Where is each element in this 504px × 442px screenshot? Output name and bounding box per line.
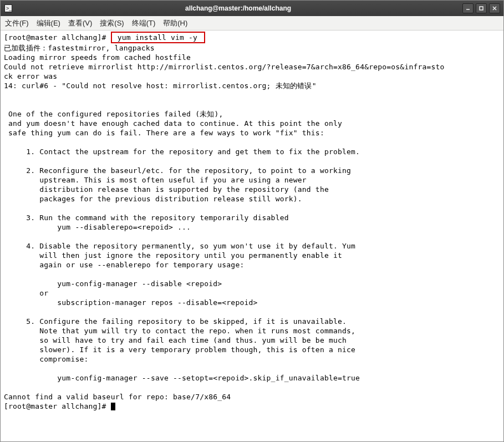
output-line: packages for the previous distribution r… [4, 195, 302, 203]
output-line: 2. Reconfigure the baseurl/etc. for the … [4, 166, 351, 175]
highlighted-command: yum install vim -y [111, 32, 206, 43]
maximize-button[interactable] [476, 3, 487, 13]
output-line: so will have to try and fail each time (… [4, 336, 347, 344]
output-line: subscription-manager repos --disable=<re… [4, 298, 258, 307]
menu-edit[interactable]: 编辑(E) [37, 18, 60, 28]
window-title: allchang@master:/home/allchang [16, 4, 460, 12]
output-line: yum-config-manager --disable <repoid> [4, 280, 222, 288]
output-line: ck error was [4, 72, 57, 80]
output-line: 已加载插件：fastestmirror, langpacks [4, 44, 155, 52]
output-line: safe thing yum can do is fail. There are… [4, 129, 324, 137]
output-line: compromise: [4, 355, 89, 363]
output-line: yum --disablerepo=<repoid> ... [4, 223, 191, 231]
menu-terminal[interactable]: 终端(T) [132, 18, 156, 28]
output-line: One of the configured repositories faile… [4, 110, 223, 118]
menu-file[interactable]: 文件(F) [5, 18, 29, 28]
output-line: 3. Run the command with the repository t… [4, 214, 289, 222]
svg-text:>_: >_ [6, 6, 12, 11]
menu-view[interactable]: 查看(V) [68, 18, 92, 28]
output-line: upstream. This is most often useful if y… [4, 176, 307, 184]
output-line: Could not retrieve mirrorlist http://mir… [4, 63, 445, 71]
menubar: 文件(F) 编辑(E) 查看(V) 搜索(S) 终端(T) 帮助(H) [1, 16, 503, 31]
output-line: will then just ignore the repository unt… [4, 251, 342, 260]
output-line: 4. Disable the repository permanently, s… [4, 242, 355, 250]
prompt: [root@master allchang]# [4, 402, 111, 410]
output-line: and yum doesn't have enough cached data … [4, 119, 342, 128]
cursor [111, 403, 115, 410]
output-line: 1. Contact the upstream for the reposito… [4, 148, 360, 156]
output-line: or [4, 289, 48, 297]
output-line: distribution release than is supported b… [4, 185, 329, 194]
output-line: Loading mirror speeds from cached hostfi… [4, 53, 191, 62]
output-line: 14: curl#6 - "Could not resolve host: mi… [4, 82, 317, 90]
minimize-button[interactable] [462, 3, 474, 13]
close-button[interactable] [489, 3, 500, 13]
output-line: Note that yum will try to contact the re… [4, 327, 355, 335]
output-line: 5. Configure the failing repository to b… [4, 317, 347, 326]
titlebar: >_ allchang@master:/home/allchang [1, 1, 503, 16]
svg-rect-4 [480, 7, 483, 10]
output-line: again or use --enablerepo for temporary … [4, 261, 244, 269]
menu-help[interactable]: 帮助(H) [163, 18, 187, 28]
output-line: Cannot find a valid baseurl for repo: ba… [4, 393, 231, 401]
terminal-output[interactable]: [root@master allchang]# yum install vim … [1, 31, 503, 413]
terminal-icon: >_ [4, 4, 13, 13]
output-line: yum-config-manager --save --setopt=<repo… [4, 374, 360, 382]
output-line: slower). If it is a very temporary probl… [4, 346, 355, 354]
prompt: [root@master allchang]# [4, 33, 111, 42]
menu-search[interactable]: 搜索(S) [100, 18, 124, 28]
